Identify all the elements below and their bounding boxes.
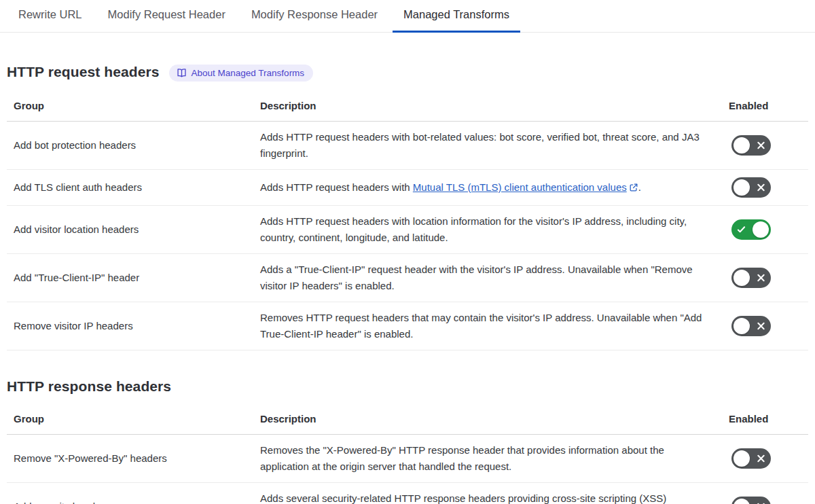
row-group-label: Add "True-Client-IP" header [7, 262, 253, 293]
toggle-add-visitor-location-headers[interactable] [731, 219, 771, 240]
toggle-knob [734, 318, 750, 334]
toggle-knob [734, 270, 750, 286]
table-row: Add bot protection headers Adds HTTP req… [7, 122, 808, 170]
response-headers-title: HTTP response headers [7, 378, 171, 395]
external-link-icon [629, 183, 638, 192]
book-icon [177, 68, 187, 78]
tab-bar: Rewrite URL Modify Request Header Modify… [0, 0, 815, 33]
tab-managed-transforms[interactable]: Managed Transforms [393, 0, 520, 33]
column-group: Group [7, 90, 253, 121]
row-group-label: Remove visitor IP headers [7, 310, 253, 342]
toggle-knob [734, 499, 750, 504]
table-header-row: Group Description Enabled [7, 90, 808, 122]
row-description: Adds HTTP request headers with Mutual TL… [253, 172, 722, 203]
row-description: Adds a "True-Client-IP" request header w… [253, 254, 722, 302]
x-icon [757, 274, 765, 283]
row-description: Removes the "X-Powered-By" HTTP response… [253, 435, 722, 482]
row-description: Adds HTTP request headers with location … [253, 206, 722, 253]
toggle-remove-x-powered-by-headers[interactable] [731, 448, 771, 469]
link-text: Mutual TLS (mTLS) client authentication … [413, 181, 627, 193]
row-group-label: Add security headers [7, 491, 253, 504]
toggle-knob [734, 179, 750, 196]
tab-modify-request-header[interactable]: Modify Request Header [97, 0, 236, 33]
toggle-knob [734, 137, 750, 154]
request-headers-title: HTTP request headers [7, 64, 160, 80]
table-row: Add visitor location headers Adds HTTP r… [7, 206, 808, 254]
toggle-knob [734, 450, 750, 467]
column-group: Group [7, 403, 253, 434]
toggle-add-tls-client-auth-headers[interactable] [731, 177, 771, 198]
x-icon [757, 322, 765, 331]
table-row: Add security headers Adds several securi… [7, 483, 808, 504]
column-description: Description [253, 90, 722, 121]
row-group-label: Add TLS client auth headers [7, 172, 253, 203]
x-icon [757, 183, 765, 192]
row-description: Adds HTTP request headers with bot-relat… [253, 122, 722, 169]
about-managed-transforms-link[interactable]: About Managed Transforms [169, 65, 314, 82]
table-row: Add "True-Client-IP" header Adds a "True… [7, 254, 808, 302]
toggle-add-true-client-ip-header[interactable] [731, 268, 771, 288]
column-enabled: Enabled [722, 90, 808, 121]
column-enabled: Enabled [722, 403, 808, 434]
row-description: Removes HTTP request headers that may co… [253, 302, 722, 350]
toggle-knob [753, 221, 769, 238]
tab-rewrite-url[interactable]: Rewrite URL [7, 0, 93, 33]
toggle-remove-visitor-ip-headers[interactable] [731, 316, 771, 336]
request-headers-table: Group Description Enabled Add bot protec… [7, 90, 808, 350]
row-group-label: Remove "X-Powered-By" headers [7, 443, 253, 474]
x-icon [757, 454, 765, 463]
tab-modify-response-header[interactable]: Modify Response Header [240, 0, 388, 33]
check-icon [737, 226, 746, 234]
mtls-values-link[interactable]: Mutual TLS (mTLS) client authentication … [413, 181, 638, 193]
badge-label: About Managed Transforms [192, 68, 305, 78]
row-group-label: Add bot protection headers [7, 130, 253, 161]
toggle-add-security-headers[interactable] [731, 497, 771, 504]
row-description: Adds several security-related HTTP respo… [253, 483, 722, 504]
table-row: Remove visitor IP headers Removes HTTP r… [7, 302, 808, 350]
table-row: Remove "X-Powered-By" headers Removes th… [7, 435, 808, 483]
column-description: Description [253, 403, 722, 434]
table-row: Add TLS client auth headers Adds HTTP re… [7, 170, 808, 206]
toggle-add-bot-protection-headers[interactable] [731, 135, 771, 156]
description-text: Adds HTTP request headers with [260, 181, 413, 193]
table-header-row: Group Description Enabled [7, 403, 808, 435]
row-group-label: Add visitor location headers [7, 214, 253, 245]
description-text: . [638, 181, 641, 193]
x-icon [757, 141, 765, 150]
response-headers-table: Group Description Enabled Remove "X-Powe… [7, 403, 808, 504]
